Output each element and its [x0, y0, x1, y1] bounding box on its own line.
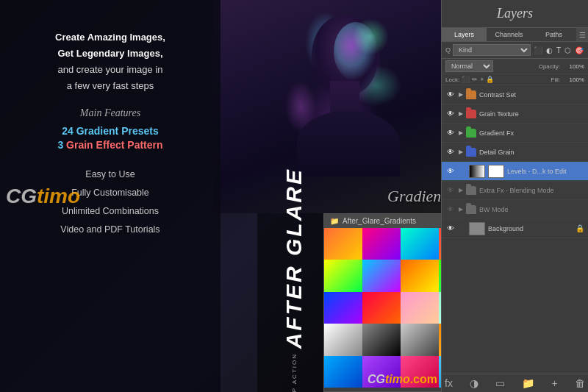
lock-label: Lock:: [445, 76, 459, 83]
feature-item-4: Video and PDF Tutorials: [60, 221, 159, 239]
expand-4[interactable]: ▶: [459, 149, 463, 155]
swatch-14[interactable]: [362, 324, 401, 355]
lock-icons: ⬛ ✏ + 🔒: [462, 76, 494, 83]
expand-6[interactable]: ▶: [459, 187, 463, 193]
layers-title: Layers: [497, 6, 533, 21]
cgtimo-watermark-br: CG timo .com: [368, 373, 437, 386]
blend-row: Normal Opacity: 100%: [442, 59, 588, 74]
layer-grain-texture[interactable]: 👁 ▶ Grain Texture: [442, 104, 588, 124]
layer-contrast-set[interactable]: 👁 ▶ Contrast Set: [442, 85, 588, 104]
layer-detail-grain[interactable]: 👁 ▶ Detail Grain: [442, 143, 588, 162]
layer-type-text[interactable]: T: [556, 46, 562, 55]
layer-name-3: Gradient Fx: [479, 129, 584, 137]
layer-name-6: Extra Fx - Blending Mode: [479, 187, 584, 194]
swatch-17[interactable]: [324, 356, 362, 388]
swatch-6[interactable]: [362, 260, 401, 291]
visibility-eye-7[interactable]: 👁: [445, 204, 456, 215]
lock-all-icon[interactable]: 🔒: [486, 76, 494, 83]
lock-icon-bg: 🔒: [576, 224, 584, 232]
delete-layer-button[interactable]: 🗑: [575, 377, 585, 389]
layers-list: 👁 ▶ Contrast Set 👁 ▶ Grain Texture 👁 ▶ G…: [442, 85, 588, 374]
layer-background[interactable]: 👁 Background 🔒: [442, 219, 588, 238]
adjustment-button[interactable]: ◑: [470, 377, 478, 389]
swatch-13[interactable]: [324, 324, 362, 355]
gradient-presets-label: 24 Gradient Presets: [62, 125, 159, 137]
lock-crop-icon[interactable]: +: [480, 76, 484, 83]
layer-type-adjust[interactable]: ◐: [545, 46, 553, 55]
feature-item-1: Easy to Use: [60, 165, 159, 184]
grain-label: Grain Effect Pattern: [66, 139, 162, 151]
layer-name-8: Background: [488, 225, 573, 232]
group-button[interactable]: 📁: [522, 377, 534, 389]
tabs-row: Layers Channels Paths ☰: [442, 28, 588, 42]
cgtimo-watermark-left: CG timo: [6, 185, 80, 208]
lock-position-icon[interactable]: ✏: [472, 76, 478, 83]
cg-text: CG: [6, 185, 37, 208]
tab-paths[interactable]: Paths: [531, 28, 576, 41]
expand-7[interactable]: ▶: [459, 206, 463, 213]
grain-overlay: [213, 0, 463, 213]
kind-label: Q: [445, 46, 451, 54]
layer-bw-mode[interactable]: 👁 ▶ BW Mode: [442, 200, 588, 219]
layer-gradient-fx[interactable]: 👁 ▶ Gradient Fx: [442, 124, 588, 143]
visibility-eye-5[interactable]: 👁: [445, 166, 456, 177]
after-glare-section: AFTER GLARE PHOTOSHOP ACTION: [257, 213, 331, 392]
layer-thumb-bg: [469, 222, 485, 235]
new-layer-button[interactable]: +: [552, 377, 558, 389]
layer-name-1: Contrast Set: [479, 91, 584, 99]
expand-1[interactable]: ▶: [459, 91, 463, 98]
layer-type-pixel[interactable]: ⬛: [533, 46, 543, 55]
grain-effect-label: 3 Grain Effect Pattern: [57, 139, 162, 151]
lock-row: Lock: ⬛ ✏ + 🔒 Fill: 100%: [442, 74, 588, 85]
center-photo: Gradients: [213, 0, 463, 213]
timo-br: timo: [385, 373, 410, 386]
layer-name-5: Levels - D...k to Edit: [507, 168, 584, 175]
left-panel: CG timo Create Amazing Images,Get Legend…: [0, 0, 220, 392]
opacity-value: 100%: [562, 63, 584, 70]
layer-type-shape[interactable]: ⬡: [564, 46, 572, 55]
swatch-2[interactable]: [362, 228, 401, 260]
visibility-eye-1[interactable]: 👁: [445, 90, 456, 100]
folder-icon-1: [466, 90, 476, 99]
swatch-9[interactable]: [324, 292, 362, 324]
expand-3[interactable]: ▶: [459, 129, 463, 136]
photoshop-action-label: PHOTOSHOP ACTION: [291, 353, 298, 392]
visibility-eye-3[interactable]: 👁: [445, 128, 456, 138]
visibility-eye-4[interactable]: 👁: [445, 147, 456, 157]
layer-name-7: BW Mode: [479, 206, 584, 213]
vertical-text-container: AFTER GLARE PHOTOSHOP ACTION: [283, 168, 305, 392]
swatch-5[interactable]: [324, 260, 362, 291]
swatch-11[interactable]: [401, 292, 439, 324]
folder-icon: 📁: [330, 217, 339, 225]
swatch-3[interactable]: [401, 228, 439, 260]
tab-channels[interactable]: Channels: [487, 28, 531, 41]
kind-select[interactable]: Kind: [453, 44, 531, 56]
layer-levels[interactable]: 👁 Levels - D...k to Edit: [442, 162, 588, 181]
swatch-10[interactable]: [362, 292, 401, 324]
visibility-eye-8[interactable]: 👁: [445, 224, 456, 234]
visibility-eye-6[interactable]: 👁: [445, 185, 456, 196]
tab-layers[interactable]: Layers: [442, 28, 487, 41]
grain-number: 3: [57, 139, 63, 151]
after-glare-title: AFTER GLARE: [283, 168, 305, 349]
domain-br: .com: [410, 373, 437, 386]
folder-icon-2: [466, 110, 476, 118]
main-headline: Create Amazing Images,Get Legendary Imag…: [55, 29, 165, 94]
layer-extra-fx[interactable]: 👁 ▶ Extra Fx - Blending Mode: [442, 181, 588, 200]
swatch-1[interactable]: [324, 228, 362, 260]
swatches-title: After_Glare_Gradients: [343, 217, 416, 225]
folder-icon-7: [466, 205, 476, 214]
mask-button[interactable]: ▭: [495, 377, 505, 389]
swatch-15[interactable]: [401, 324, 439, 355]
visibility-eye-2[interactable]: 👁: [445, 109, 456, 119]
layer-thumb-levels: [469, 165, 485, 178]
layer-type-smart[interactable]: 🎯: [574, 46, 584, 55]
panel-menu-icon[interactable]: ☰: [576, 28, 588, 41]
lock-pixels-icon[interactable]: ⬛: [462, 76, 470, 83]
blend-mode-select[interactable]: Normal: [445, 60, 493, 72]
fx-button[interactable]: fx: [445, 377, 453, 389]
fill-label: Fill:: [551, 76, 560, 83]
expand-2[interactable]: ▶: [459, 110, 463, 117]
swatch-7[interactable]: [401, 260, 439, 291]
folder-icon-6: [466, 186, 476, 195]
